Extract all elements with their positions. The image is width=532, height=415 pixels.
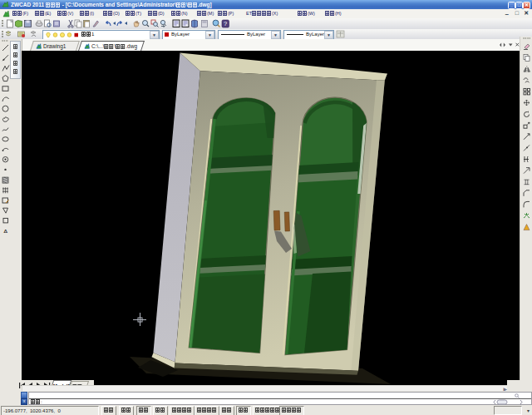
svg-text:A: A — [3, 228, 8, 233]
svg-text:?: ? — [224, 20, 227, 27]
